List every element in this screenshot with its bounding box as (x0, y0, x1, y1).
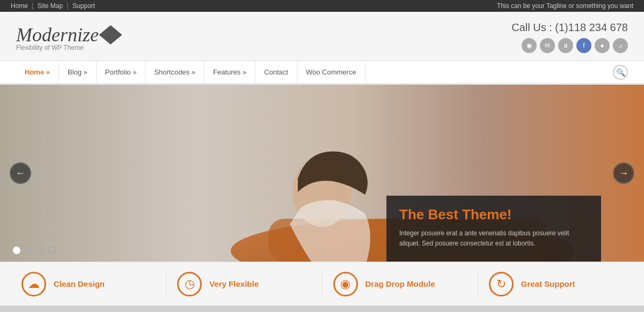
topbar-sitemap-link[interactable]: Site Map (38, 2, 63, 10)
nav-menu: Home » Blog » Portfolio » Shortcodes » F… (16, 61, 613, 83)
feature-clean-design: ☁ Clean Design (11, 272, 166, 296)
nav-item-shortcodes[interactable]: Shortcodes » (145, 61, 204, 83)
slider-overlay: The Best Theme! Integer posuere erat a a… (386, 196, 601, 262)
rss-icon[interactable]: ◉ (522, 38, 537, 53)
location-icon: ◉ (333, 272, 358, 296)
nav-link-home[interactable]: Home » (16, 61, 58, 83)
logo-subtitle: Flexibility of WP Theme (16, 44, 118, 51)
nav-link-shortcodes[interactable]: Shortcodes » (145, 61, 204, 83)
chevron-left-icon: ← (16, 168, 25, 179)
logo-area: Modernize Flexibility of WP Theme (16, 24, 118, 51)
logo-text-label: Modernize (16, 24, 99, 46)
mail-icon[interactable]: ✉ (540, 38, 555, 53)
clock-icon: ◷ (177, 272, 202, 296)
feature-very-flexible-label: Very Flexible (209, 279, 259, 288)
topbar-tagline: This can be your Tagline or something yo… (497, 2, 633, 10)
slider: ← → The Best Theme! Integer posuere erat… (0, 85, 644, 262)
nav-item-woocommerce[interactable]: Woo Commerce (297, 61, 365, 83)
search-button[interactable]: 🔍 (613, 65, 628, 80)
nav-item-portfolio[interactable]: Portfolio » (97, 61, 146, 83)
slider-dot-3[interactable] (36, 247, 44, 254)
slider-prev-button[interactable]: ← (10, 162, 31, 184)
slider-next-button[interactable]: → (613, 162, 634, 184)
header: Modernize Flexibility of WP Theme Call U… (0, 12, 644, 61)
slider-dot-1[interactable] (13, 247, 20, 254)
nav-link-portfolio[interactable]: Portfolio » (97, 61, 145, 83)
slider-dots (13, 247, 56, 254)
feature-great-support: ↻ Great Support (478, 272, 633, 296)
topbar-home-link[interactable]: Home (11, 2, 28, 10)
feature-drag-drop: ◉ Drag Drop Module (323, 272, 478, 296)
nav-link-contact[interactable]: Contact (255, 61, 297, 83)
logo: Modernize (16, 24, 118, 46)
feature-drag-drop-label: Drag Drop Module (365, 279, 435, 288)
features-bar: ☁ Clean Design ◷ Very Flexible ◉ Drag Dr… (0, 262, 644, 306)
slider-dot-4[interactable] (48, 247, 56, 254)
nav-item-contact[interactable]: Contact (255, 61, 297, 83)
nav-link-blog[interactable]: Blog » (59, 61, 96, 83)
feature-great-support-label: Great Support (521, 279, 575, 288)
logo-diamond-icon (99, 25, 122, 44)
social-icons: ◉ ✉ d f ● ♬ (511, 38, 628, 53)
feature-clean-design-label: Clean Design (54, 279, 105, 288)
refresh-icon: ↻ (489, 272, 514, 296)
nav-item-home[interactable]: Home » (16, 61, 59, 83)
phone-number: Call Us : (1)118 234 678 (511, 21, 628, 34)
header-right: Call Us : (1)118 234 678 ◉ ✉ d f ● ♬ (511, 21, 628, 53)
slider-dot-2[interactable] (25, 247, 32, 254)
facebook-icon[interactable]: f (576, 38, 591, 53)
topbar-support-link[interactable]: Support (72, 2, 95, 10)
flickr-icon[interactable]: ● (595, 38, 610, 53)
navbar: Home » Blog » Portfolio » Shortcodes » F… (0, 61, 644, 85)
cloud-icon: ☁ (21, 272, 46, 296)
chevron-right-icon: → (619, 168, 628, 179)
slider-description: Integer posuere erat a ante venenatis da… (399, 228, 588, 249)
topbar: Home | Site Map | Support This can be yo… (0, 0, 644, 12)
slider-title: The Best Theme! (399, 206, 588, 223)
feature-very-flexible: ◷ Very Flexible (166, 272, 322, 296)
nav-item-features[interactable]: Features » (204, 61, 255, 83)
nav-link-woocommerce[interactable]: Woo Commerce (297, 61, 365, 83)
lastfm-icon[interactable]: ♬ (613, 38, 628, 53)
nav-item-blog[interactable]: Blog » (59, 61, 97, 83)
nav-link-features[interactable]: Features » (204, 61, 255, 83)
digg-icon[interactable]: d (558, 38, 573, 53)
topbar-nav[interactable]: Home | Site Map | Support (11, 2, 97, 10)
